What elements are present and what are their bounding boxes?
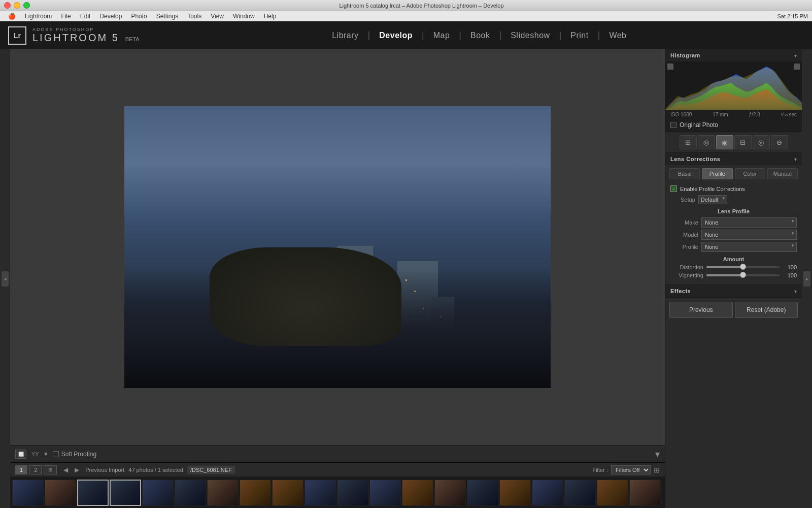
menu-settings[interactable]: Settings — [152, 13, 182, 20]
menu-develop[interactable]: Develop — [95, 13, 126, 20]
enable-profile-checkbox[interactable]: ✓ — [670, 185, 677, 192]
histogram-shadow-clip[interactable] — [667, 64, 673, 70]
setup-label: Setup — [681, 197, 695, 203]
thumb-4[interactable] — [110, 480, 141, 506]
main-area: ◂ — [0, 49, 812, 508]
left-panel: ◂ — [0, 49, 10, 508]
filmstrip-prev-arrow[interactable]: ◀ — [61, 465, 70, 474]
lens-corrections-header[interactable]: Lens Corrections ▾ — [665, 153, 802, 165]
profile-select[interactable]: None — [701, 242, 797, 252]
thumb-2[interactable] — [45, 480, 76, 506]
menu-lightroom[interactable]: Lightroom — [21, 13, 56, 20]
thumb-14[interactable] — [434, 480, 466, 506]
vignetting-slider[interactable] — [706, 274, 780, 276]
bag-object — [210, 247, 401, 346]
tool-detail[interactable]: ◉ — [716, 135, 733, 149]
crop-tool-icon[interactable]: ⬜ — [15, 450, 26, 459]
lens-tab-profile[interactable]: Profile — [702, 168, 732, 179]
histogram-header[interactable]: Histogram ▾ — [665, 49, 802, 61]
nav-web[interactable]: Web — [600, 31, 635, 40]
nav-develop[interactable]: Develop — [370, 31, 422, 40]
mac-menu-bar: 🍎 Lightroom File Edit Develop Photo Sett… — [0, 11, 812, 21]
histogram-highlight-clip[interactable] — [794, 64, 800, 70]
left-panel-toggle[interactable]: ◂ — [2, 271, 9, 287]
filmstrip-next-arrow[interactable]: ▶ — [72, 465, 81, 474]
nav-print[interactable]: Print — [561, 31, 597, 40]
lens-tab-manual[interactable]: Manual — [767, 168, 798, 179]
minimize-button[interactable] — [14, 2, 20, 9]
menu-tools[interactable]: Tools — [183, 13, 206, 20]
effects-header[interactable]: Effects ▾ — [665, 285, 802, 297]
previous-button[interactable]: Previous — [669, 302, 733, 318]
thumb-17[interactable] — [532, 480, 563, 506]
original-photo-checkbox[interactable] — [670, 122, 676, 128]
thumb-18[interactable] — [564, 480, 596, 506]
center-area: ⬜ YY ▾ Soft Proofing ▾ 1 2 ⊞ — [10, 49, 665, 508]
thumb-19[interactable] — [597, 480, 628, 506]
thumb-12[interactable] — [369, 480, 401, 506]
setup-select[interactable]: Default — [698, 195, 727, 204]
main-photo[interactable] — [124, 106, 551, 388]
app-container: Lr ADOBE PHOTOSHOP LIGHTROOM 5 BETA Libr… — [0, 21, 812, 508]
reset-button[interactable]: Reset (Adobe) — [735, 302, 798, 318]
thumb-6[interactable] — [175, 480, 206, 506]
thumb-3[interactable] — [77, 480, 109, 506]
filmstrip-filename[interactable]: /DSC_6081.NEF — [187, 466, 235, 474]
filmstrip-grid-toggle[interactable]: ⊞ — [654, 466, 660, 474]
thumb-10[interactable] — [304, 480, 336, 506]
nav-book[interactable]: Book — [461, 31, 499, 40]
distortion-thumb[interactable] — [740, 264, 746, 270]
right-panel-toggle[interactable]: ▸ — [803, 271, 810, 287]
clock: Sat 2:15 PM — [777, 13, 808, 19]
soft-proofing-checkbox[interactable] — [53, 451, 59, 457]
tool-lens[interactable]: ◎ — [753, 135, 770, 149]
tool-curve[interactable]: ◎ — [698, 135, 715, 149]
tool-effects[interactable]: ⊖ — [771, 135, 788, 149]
filter-select[interactable]: Filters Off — [611, 465, 651, 474]
distortion-value: 100 — [783, 264, 797, 270]
make-select[interactable]: None — [701, 217, 797, 228]
thumb-8[interactable] — [240, 480, 271, 506]
lens-tab-basic[interactable]: Basic — [669, 168, 700, 179]
thumb-20[interactable] — [629, 480, 661, 506]
menu-window[interactable]: Window — [229, 13, 259, 20]
nav-slideshow[interactable]: Slideshow — [501, 31, 559, 40]
thumb-7[interactable] — [207, 480, 239, 506]
lens-corrections-arrow: ▾ — [794, 156, 797, 162]
thumb-5[interactable] — [142, 480, 174, 506]
window-controls[interactable] — [4, 2, 30, 9]
thumb-15[interactable] — [467, 480, 498, 506]
menu-edit[interactable]: Edit — [76, 13, 95, 20]
filmstrip-tab-1[interactable]: 1 — [15, 465, 27, 474]
menu-view[interactable]: View — [207, 13, 228, 20]
tool-strip: ⊞ ◎ ◉ ⊟ ◎ ⊖ — [665, 132, 802, 153]
ratio-dropdown[interactable]: ▾ — [44, 450, 48, 458]
distortion-label: Distortion — [670, 264, 703, 270]
tool-basic[interactable]: ⊞ — [680, 135, 697, 149]
maximize-button[interactable] — [23, 2, 30, 9]
zoom-dropdown[interactable]: ▾ — [655, 449, 660, 460]
menu-apple[interactable]: 🍎 — [4, 13, 20, 20]
lens-tab-color[interactable]: Color — [735, 168, 765, 179]
bottom-buttons: Previous Reset (Adobe) — [665, 298, 802, 322]
filmstrip-tab-2[interactable]: 2 — [29, 465, 42, 474]
menu-file[interactable]: File — [57, 13, 75, 20]
model-select[interactable]: None — [701, 230, 797, 240]
menu-photo[interactable]: Photo — [127, 13, 151, 20]
soft-proofing-toggle[interactable]: Soft Proofing — [53, 451, 96, 458]
app-logo: ADOBE PHOTOSHOP LIGHTROOM 5 BETA — [32, 27, 140, 44]
filmstrip-grid-icon[interactable]: ⊞ — [44, 465, 57, 474]
vignetting-thumb[interactable] — [740, 272, 746, 278]
menu-help[interactable]: Help — [260, 13, 281, 20]
model-row: Model None — [670, 230, 797, 240]
nav-library[interactable]: Library — [323, 31, 367, 40]
tool-hsl[interactable]: ⊟ — [734, 135, 752, 149]
thumb-1[interactable] — [12, 480, 44, 506]
nav-map[interactable]: Map — [424, 31, 459, 40]
thumb-9[interactable] — [272, 480, 303, 506]
thumb-11[interactable] — [337, 480, 368, 506]
distortion-slider[interactable] — [706, 266, 780, 268]
thumb-16[interactable] — [499, 480, 531, 506]
close-button[interactable] — [4, 2, 11, 9]
thumb-13[interactable] — [402, 480, 433, 506]
